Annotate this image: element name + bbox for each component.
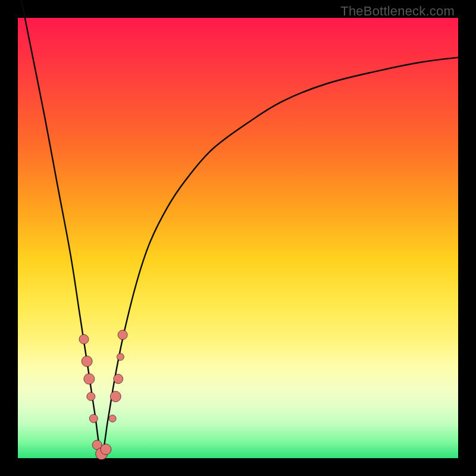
sample-point-marker [84,374,95,384]
chart-svg [0,0,476,476]
chart-frame: TheBottleneck.com [0,0,476,476]
watermark-text: TheBottleneck.com [340,4,455,19]
sample-point-marker [89,414,98,422]
sample-point-marker [114,374,123,384]
sample-point-marker [87,392,95,400]
bottleneck-curve [18,0,458,454]
sample-point-marker [117,353,124,361]
sample-point-marker [82,356,92,367]
sample-point-marker [118,330,127,340]
sample-point-marker [109,415,116,422]
sample-point-marker [79,334,89,344]
sample-point-marker [101,444,111,455]
sample-point-marker [110,391,121,402]
